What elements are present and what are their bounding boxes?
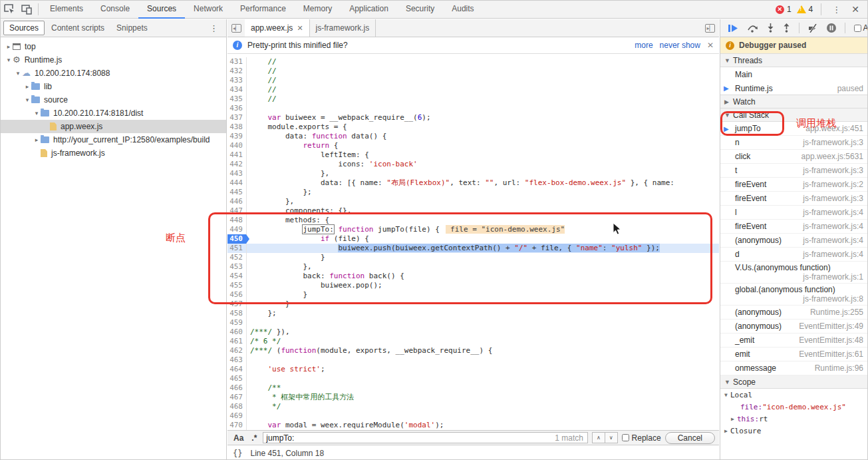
tab-overflow-icon[interactable]: ▸▏: [705, 24, 715, 33]
line-number-468[interactable]: 468: [227, 402, 247, 411]
tab-security[interactable]: Security: [397, 1, 443, 19]
code-line-content[interactable]: },: [247, 197, 294, 206]
line-number-436[interactable]: 436: [227, 104, 247, 113]
line-number-453[interactable]: 453: [227, 262, 247, 272]
code-line-content[interactable]: jumpTo: function jumpTo(file) { file = "…: [247, 225, 565, 234]
devtools-menu-icon[interactable]: ⋮: [829, 5, 843, 15]
pause-on-exceptions-button[interactable]: [827, 23, 836, 33]
line-number-469[interactable]: 469: [227, 411, 247, 421]
line-number-464[interactable]: 464: [227, 365, 247, 374]
code-line-content[interactable]: return {: [247, 141, 338, 150]
line-number-440[interactable]: 440: [227, 141, 247, 150]
tab-sources[interactable]: Sources: [138, 1, 185, 19]
step-over-button[interactable]: [747, 24, 758, 33]
tab-memory[interactable]: Memory: [295, 1, 341, 19]
close-devtools-icon[interactable]: ✕: [849, 4, 862, 15]
line-number-460[interactable]: 460: [227, 328, 247, 337]
line-number-431[interactable]: 431: [227, 57, 247, 67]
code-line-content[interactable]: leftItem: {: [247, 150, 369, 160]
code-line-content[interactable]: //: [247, 85, 277, 95]
code-line-content[interactable]: back: function back() {: [247, 272, 404, 281]
step-out-button[interactable]: [783, 23, 790, 33]
line-number-455[interactable]: 455: [227, 281, 247, 290]
code-line-content[interactable]: * 框架中常用的工具方法: [247, 393, 354, 402]
code-line-content[interactable]: /***/ (function(module, exports, __webpa…: [247, 346, 492, 355]
line-number-462[interactable]: 462: [227, 346, 247, 355]
tree-item-10.200.210.174-8088[interactable]: ▾☁10.200.210.174:8088: [1, 67, 226, 80]
chevron-right-icon[interactable]: ▶: [731, 416, 737, 422]
tree-item-top[interactable]: ▸top: [1, 40, 226, 53]
chevron-right-icon[interactable]: ▸: [33, 136, 41, 143]
next-match-button[interactable]: ∨: [605, 433, 617, 443]
close-tab-icon[interactable]: ✕: [297, 24, 303, 33]
call-stack-frame[interactable]: njs-framework.js:3: [720, 136, 868, 150]
line-number-452[interactable]: 452: [227, 253, 247, 262]
async-checkbox[interactable]: [854, 25, 861, 32]
call-stack-frame[interactable]: ljs-framework.js:4: [720, 206, 868, 220]
tab-network[interactable]: Network: [185, 1, 231, 19]
thread-main[interactable]: Main: [720, 67, 868, 81]
code-line-content[interactable]: buiweex.pop();: [247, 281, 382, 290]
call-stack-frame[interactable]: _emitEventEmitter.js:48: [720, 334, 868, 347]
device-toolbar-icon[interactable]: [18, 1, 35, 18]
code-line-content[interactable]: //: [247, 67, 277, 76]
pretty-print-button[interactable]: {}: [233, 449, 242, 458]
scope-variable-file[interactable]: file: "icon-demo.weex.js": [720, 401, 868, 413]
code-line-content[interactable]: /* 6 */: [247, 337, 281, 346]
code-line-content[interactable]: }: [247, 253, 325, 262]
line-number-446[interactable]: 446: [227, 197, 247, 206]
tree-item-app.weex.js[interactable]: app.weex.js: [1, 120, 226, 133]
tab-console[interactable]: Console: [92, 1, 138, 19]
chevron-down-icon[interactable]: ▾: [23, 97, 31, 103]
call-stack-frame[interactable]: global.(anonymous function)js-framework.…: [720, 284, 868, 306]
line-number-463[interactable]: 463: [227, 355, 247, 365]
infobar-close-icon[interactable]: ✕: [707, 41, 714, 50]
line-number-434[interactable]: 434: [227, 85, 247, 95]
line-number-448[interactable]: 448: [227, 216, 247, 225]
code-line-content[interactable]: [247, 318, 250, 328]
chevron-right-icon[interactable]: ▸: [23, 83, 31, 90]
tree-item-js-framework.js[interactable]: js-framework.js: [1, 146, 226, 160]
line-number-443[interactable]: 443: [227, 169, 247, 178]
code-line-content[interactable]: if (file) {: [247, 234, 369, 244]
call-stack-frame[interactable]: tjs-framework.js:3: [720, 164, 868, 178]
call-stack-frame[interactable]: onmessageRuntime.js:96: [720, 361, 868, 375]
line-number-444[interactable]: 444: [227, 178, 247, 188]
error-badge[interactable]: ✕ 1: [776, 5, 792, 14]
replace-checkbox[interactable]: [622, 434, 629, 441]
code-line-content[interactable]: /***/ }),: [247, 328, 290, 337]
chevron-down-icon[interactable]: ▾: [33, 110, 41, 116]
code-line-content[interactable]: //: [247, 57, 277, 67]
tab-performance[interactable]: Performance: [231, 1, 295, 19]
call-stack-frame[interactable]: (anonymous)EventEmitter.js:49: [720, 320, 868, 334]
editor-tab-js-framework.js[interactable]: js-framework.js: [310, 19, 376, 37]
line-number-447[interactable]: 447: [227, 206, 247, 216]
thread-runtime-js[interactable]: ▶Runtime.jspaused: [720, 81, 868, 95]
line-number-442[interactable]: 442: [227, 160, 247, 169]
chevron-right-icon[interactable]: ▸: [5, 43, 13, 50]
call-stack-frame[interactable]: fireEventjs-framework.js:2: [720, 178, 868, 192]
threads-section-header[interactable]: ▼Threads: [720, 53, 868, 67]
call-stack-frame[interactable]: fireEventjs-framework.js:4: [720, 220, 868, 234]
line-number-445[interactable]: 445: [227, 188, 247, 197]
line-number-461[interactable]: 461: [227, 337, 247, 346]
line-number-449[interactable]: 449: [227, 225, 247, 234]
tab-elements[interactable]: Elements: [41, 1, 92, 19]
code-line-content[interactable]: [247, 411, 250, 421]
line-number-437[interactable]: 437: [227, 113, 247, 122]
line-number-467[interactable]: 467: [227, 393, 247, 402]
tab-audits[interactable]: Audits: [443, 1, 482, 19]
inspect-element-icon[interactable]: [1, 1, 18, 18]
code-line-content[interactable]: [247, 374, 250, 383]
resume-button[interactable]: [728, 24, 738, 33]
code-line-content[interactable]: buiweex.push(buiweex.getContextPath() + …: [247, 244, 660, 253]
tree-item-lib[interactable]: ▸lib: [1, 80, 226, 93]
navigator-tab-sources[interactable]: Sources: [3, 21, 45, 35]
line-number-439[interactable]: 439: [227, 132, 247, 141]
code-line-content[interactable]: //: [247, 95, 277, 104]
tree-item-http-your-current-ip-12580-examples-build[interactable]: ▸http://your_current_IP:12580/examples/b…: [1, 133, 226, 146]
search-input[interactable]: [266, 433, 555, 443]
call-stack-frame[interactable]: emitEventEmitter.js:61: [720, 347, 868, 361]
code-line-content[interactable]: module.exports = {: [247, 122, 347, 132]
line-number-438[interactable]: 438: [227, 122, 247, 132]
